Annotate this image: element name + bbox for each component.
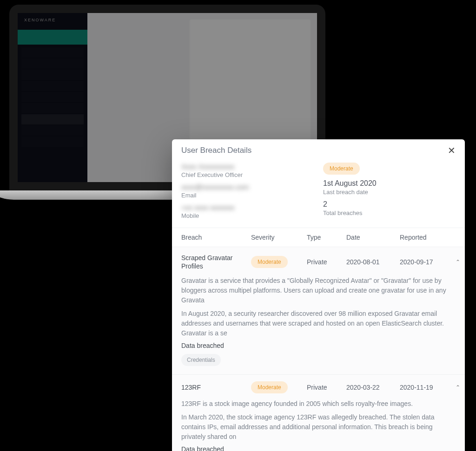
- app-sidebar: XENOWARE: [18, 13, 87, 182]
- breach-tags: Credentials: [181, 354, 456, 366]
- last-breach-date: 1st August 2020: [323, 179, 456, 188]
- sidebar-item: [21, 47, 84, 58]
- user-name-masked: Xxxx Xxxxxxxxxx: [181, 163, 314, 170]
- chevron-up-icon[interactable]: ⌃: [446, 259, 460, 265]
- breach-date: 2020-08-01: [346, 258, 400, 266]
- sidebar-item-active: [21, 114, 84, 124]
- breach-type: Private: [307, 384, 346, 391]
- user-email-masked: xxxx@xxxxxxxxx.com: [181, 183, 314, 191]
- breach-description: 123RF is a stock image agency founded in…: [181, 399, 456, 409]
- user-mobile-masked: +xx xxxx xxxxxxx: [181, 203, 314, 211]
- tag-credentials: Credentials: [181, 354, 221, 366]
- breach-row[interactable]: Scraped Gravatar Profiles Moderate Priva…: [181, 254, 456, 270]
- breach-name: 123RF: [181, 383, 251, 392]
- sidebar-item: [21, 137, 84, 147]
- chevron-up-icon[interactable]: ⌃: [446, 384, 460, 391]
- breach-description: In August 2020, a security researcher di…: [181, 309, 456, 338]
- col-reported: Reported: [400, 234, 446, 241]
- close-icon[interactable]: ✕: [448, 146, 456, 155]
- modal-title: User Breach Details: [181, 146, 251, 155]
- breach-entry: Scraped Gravatar Profiles Moderate Priva…: [172, 247, 465, 375]
- email-label: Email: [181, 192, 314, 199]
- breach-table-header: Breach Severity Type Date Reported: [172, 228, 465, 247]
- sidebar-item: [21, 81, 84, 91]
- col-date: Date: [346, 234, 400, 241]
- data-breached-label: Data breached: [181, 445, 456, 451]
- data-breached-label: Data breached: [181, 342, 456, 349]
- sidebar-item: [21, 59, 84, 69]
- sidebar-item: [21, 103, 84, 113]
- last-breach-label: Last breach date: [323, 189, 456, 196]
- breach-date: 2020-03-22: [346, 384, 400, 391]
- col-breach: Breach: [181, 234, 251, 241]
- sidebar-item: [21, 92, 84, 102]
- sidebar-item: [21, 125, 84, 136]
- breach-reported: 2020-09-17: [400, 258, 446, 266]
- sidebar-user-card: [18, 30, 87, 45]
- user-summary: Xxxx Xxxxxxxxxx Chief Executive Officer …: [172, 160, 465, 228]
- breach-severity-badge: Moderate: [251, 256, 288, 268]
- breach-name: Scraped Gravatar Profiles: [181, 254, 251, 270]
- breach-type: Private: [307, 258, 346, 266]
- col-type: Type: [307, 234, 346, 241]
- breach-description: In March 2020, the stock image agency 12…: [181, 412, 456, 442]
- modal-header: User Breach Details ✕: [172, 139, 465, 160]
- col-severity: Severity: [251, 234, 307, 241]
- mobile-label: Mobile: [181, 212, 314, 219]
- user-breach-details-modal: User Breach Details ✕ Xxxx Xxxxxxxxxx Ch…: [172, 139, 465, 451]
- total-breaches-label: Total breaches: [323, 209, 456, 216]
- sidebar-item: [21, 70, 84, 80]
- user-role: Chief Executive Officer: [181, 171, 314, 178]
- breach-reported: 2020-11-19: [400, 384, 446, 391]
- severity-badge: Moderate: [323, 163, 360, 175]
- breach-entry: 123RF Moderate Private 2020-03-22 2020-1…: [172, 375, 465, 451]
- breach-row[interactable]: 123RF Moderate Private 2020-03-22 2020-1…: [181, 381, 456, 393]
- total-breaches: 2: [323, 200, 456, 209]
- breach-severity-badge: Moderate: [251, 381, 288, 393]
- brand-logo: XENOWARE: [18, 13, 87, 27]
- breach-description: Gravatar is a service that provides a "G…: [181, 276, 456, 305]
